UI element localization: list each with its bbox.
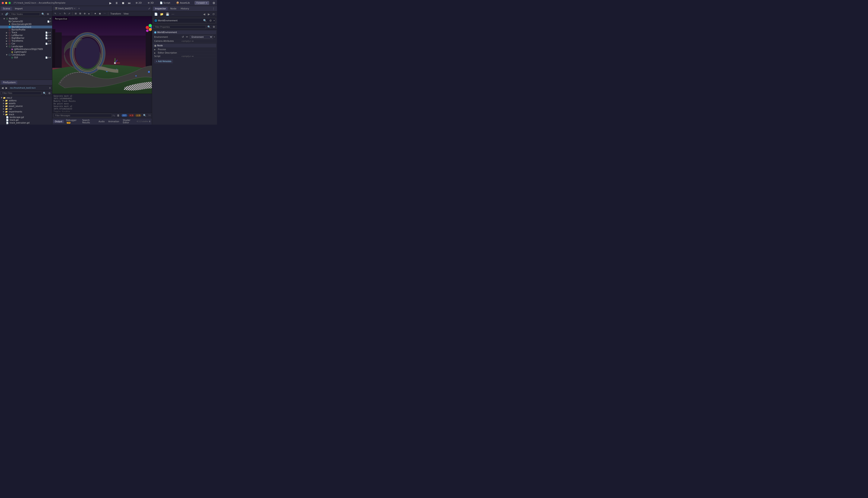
inspector-file-button[interactable]: 📄 [153,12,159,16]
snap-button[interactable]: ⊞ [74,12,78,15]
transform-button[interactable]: Transform [110,12,122,15]
env-edit-button[interactable]: ✏ [186,35,189,39]
console-tab-animation[interactable]: Animation [106,120,121,123]
tree-item-camera3d[interactable]: 📷 Camera3D 📄 ⚙ [0,20,52,23]
tree-item-node3d[interactable]: ▼ ⬡ Node3D 👁 [0,17,52,20]
inspector-save-button[interactable]: 💾 [165,12,170,16]
step-button[interactable]: ⏭ [128,1,131,5]
console-history-button[interactable]: ↑↓ [112,114,116,117]
tree-item-track[interactable]: ▶ ○ Track 📄 ⊞ 👁 [0,31,52,34]
more-button[interactable]: ⋯ [103,12,107,15]
fs-options-icon[interactable]: ⚙ [48,91,51,95]
move-tool[interactable]: ↔ [58,12,62,15]
tree-item-canvaslayer[interactable]: ▼ □ CanvasLayer [0,53,52,56]
tab-node[interactable]: Node [168,7,178,11]
node-selector-settings[interactable]: ⚙ [208,18,213,23]
property-settings-icon[interactable]: ⚙ [212,25,216,29]
console-wrap-button[interactable]: ≡ [148,119,151,123]
console-tab-audio[interactable]: Audio [97,120,106,123]
nav-assetlib[interactable]: 📦 AssetLib [175,1,191,5]
select-tool[interactable]: ↖ [54,12,57,15]
tree-item-trackitems[interactable]: ▶ ○ TrackItems ⬅ 👁 [0,39,52,42]
inspector-more-button[interactable]: ⋯ [171,12,175,16]
tab-scene[interactable]: Scene [1,7,12,11]
tab-import[interactable]: Import [13,7,25,11]
fs-item-assetsource[interactable]: ▶ 📁 asset_source [0,105,52,107]
add-node-button[interactable]: + [1,12,4,16]
rotate-tool[interactable]: ↻ [63,12,67,15]
env-reset-button[interactable]: ↺ [181,35,184,39]
viewport-expand-button[interactable]: ⤢ [148,6,151,11]
tree-item-barrierprofile[interactable]: ○ BarrierProfile [0,28,52,31]
settings-button[interactable]: ⚙ [213,1,215,5]
fs-item-landscapegd[interactable]: 📄 landscape.gd [0,116,52,119]
console-tab-debugger[interactable]: Debugger 13 [64,119,80,124]
fs-search-icon[interactable]: 🔍 [42,91,47,95]
add-metadata-button[interactable]: + Add Metadata [154,59,173,63]
fs-item-trackitem[interactable]: 📄 track_item.gd [0,124,52,124]
env-dropdown[interactable]: Environment [190,35,213,39]
fs-item-track-folder[interactable]: ▼ 📁 track [0,113,52,116]
env-button[interactable]: ◉ [98,12,102,15]
inspector-forward-button[interactable]: ▶ [207,12,211,16]
fs-item-trackgd[interactable]: 📄 track.gd [0,119,52,121]
inspector-back-button[interactable]: ◀ [202,12,206,16]
tab-filesystem[interactable]: FileSystem [1,81,17,84]
add-tab-button[interactable]: + [78,7,80,10]
inspector-history-button[interactable]: ⟳ [212,12,216,16]
node-selector-search[interactable]: 🔍 [202,18,208,23]
tree-item-landscape[interactable]: ▼ ⬡ Landscape [0,45,52,48]
nav-script[interactable]: 📄 Script [158,1,171,5]
inspector-menu-button[interactable]: ⋮ [211,6,216,11]
fs-item-assets[interactable]: ▶ 📁 assets [0,102,52,105]
tree-item-car[interactable]: ▶ ○ Car 📄 ⊞ 👁 [0,42,52,45]
fs-item-car[interactable]: ▶ 📁 car [0,107,52,110]
console-search-icon[interactable]: 🔍 [142,114,147,117]
fs-item-res[interactable]: ▼ 📁 res:// [0,96,52,99]
minimize-button[interactable] [5,2,7,4]
tree-item-worldenv[interactable]: 🌐 WorldEnvironment [0,26,52,28]
viewport-tab-main[interactable]: 🎬 track_test2(*) ✕ [53,7,77,10]
gizmo-button[interactable]: ● [87,12,91,15]
fs-filter-input[interactable] [1,91,41,95]
scale-tool[interactable]: ⤢ [67,12,71,15]
fs-item-experiments[interactable]: ▶ 📁 experiments [0,110,52,113]
fs-back-button[interactable]: ◀ [1,86,4,90]
stop-button[interactable]: ⏹ [122,1,125,5]
tab-inspector[interactable]: Inspector [153,7,168,11]
tree-item-leftbarrier[interactable]: ▶ ○ LeftBarrier 📄 ⊞ 👁 [0,34,52,37]
filter-icon[interactable]: ⚙ [46,12,50,16]
nav-3d[interactable]: ⊕ 3D [146,1,155,5]
tree-item-rightbarrier[interactable]: ▶ ○ RightBarrier 📄 ⊞ 👁 [0,37,52,39]
fs-item-trackextrusion[interactable]: 📄 track_extrusion.gd [0,121,52,124]
property-filter-input[interactable] [153,25,206,29]
node-selector-dropdown[interactable]: 🌐 WorldEnvironment 🔍 ⚙ ▾ [153,18,216,23]
tree-item-mesh[interactable]: ▣ @MeshInstance3D@27689 [0,48,52,51]
search-icon[interactable]: 🔍 [41,12,45,16]
run-button[interactable]: ▶ [109,1,112,5]
fs-list-button[interactable]: ≡ [49,86,51,90]
forward-button[interactable]: Forward+ ▾ [194,1,209,5]
nav-2d[interactable]: ⊞ 2D [135,1,143,5]
grid-button[interactable]: ⊠ [78,12,82,15]
filter-nodes-input[interactable] [10,12,40,16]
property-search-icon[interactable]: 🔍 [207,25,211,29]
close-button[interactable] [2,2,4,4]
view-button[interactable]: View [123,12,129,15]
fs-item-addons[interactable]: ▶ 📁 addons [0,99,52,102]
maximize-button[interactable] [9,2,11,4]
console-tab-output[interactable]: Output [53,120,64,123]
tree-item-gui[interactable]: ◎ GUI 📄 ⊞ 👁 [0,56,52,59]
origin-button[interactable]: ⊕ [83,12,87,15]
fs-forward-button[interactable]: ▶ [5,86,8,90]
sun-button[interactable]: ★ [93,12,97,15]
pause-button[interactable]: ⏸ [115,1,118,5]
tab-close-button[interactable]: ✕ [74,8,76,10]
tab-history[interactable]: History [179,7,191,11]
console-tab-shadereditor[interactable]: Shader Editor [121,119,136,124]
console-clear-button[interactable]: 🗑 [116,114,120,117]
inspector-folder-button[interactable]: 📁 [159,12,164,16]
console-tab-searchresults[interactable]: Search Results [80,119,97,124]
link-node-button[interactable]: 🔗 [4,12,9,16]
tree-item-dirlight[interactable]: ✦ DirectionalLight3D [0,23,52,26]
